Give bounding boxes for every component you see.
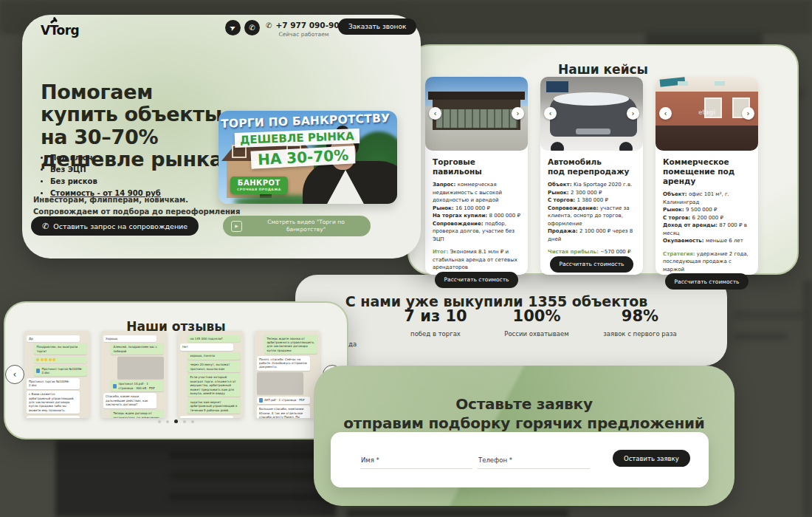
request-support-button[interactable]: ✆ Оставить запрос на сопровождение [31, 216, 199, 236]
whatsapp-icon: ✆ [249, 24, 255, 32]
hero-panel: VTorg ➤ ✆ ✆ +7 977 090-90-10 Сейчас рабо… [22, 15, 421, 258]
whatsapp-review-screenshot[interactable]: ХорошоАлексей, поздравляем вас с победой… [101, 331, 166, 418]
case-details: Объект: офис 101 м², г. КалининградРынок… [663, 191, 751, 245]
case-result: Стратегия: удержание 2 года, последующая… [663, 250, 751, 274]
review-screenshots-row: ДрПоздравляю, вы выиграли торги!Протокол… [24, 331, 320, 418]
chevron-left-icon[interactable]: ‹ [659, 107, 672, 120]
whatsapp-review-screenshot[interactable]: на 145 000 подняли?Нетхорошо, понялачере… [178, 331, 243, 418]
chat-text-bubble: через 20 минут, выложат протокол, вышлю … [187, 361, 241, 372]
carousel-dot[interactable] [166, 420, 169, 423]
carousel-left-button[interactable]: ‹ [5, 365, 24, 384]
background-blur-strip [803, 281, 812, 517]
carousel-dot[interactable] [191, 420, 194, 423]
chat-file-bubble: Протокол торгов №10096-2.doc [34, 366, 87, 377]
chat-text-bubble: Др [27, 335, 80, 342]
case-detail-row: Окупаемость: меньше 6 лет [663, 237, 751, 245]
case-image-car: ‹ › [540, 77, 643, 151]
chat-text-bubble: Алексей, поздравляем вас с победой [111, 343, 164, 355]
logo-text: VTorg [41, 23, 79, 38]
chat-file-bubble: протокол 14.pdf · 1 страница · 400 кБ · … [111, 380, 164, 391]
stat-label: заявок с первого раза [585, 330, 695, 338]
chat-text-bubble: Поздравляю, вы выиграли торги! [34, 343, 87, 355]
chat-text-bubble: Если участник который выиграл торги, отк… [187, 374, 241, 397]
stat-item: 100%России охватываем [481, 307, 592, 338]
bullet-item: Без ЭЦП [50, 165, 86, 174]
case-detail-row: Объект: Kia Sportage 2020 г.в. [548, 181, 636, 189]
promo-badge: БАНКРОТ СРОЧНАЯ ПРОДАЖА [230, 177, 288, 194]
case-title: Торговые павильоны [433, 157, 520, 177]
name-input[interactable] [360, 455, 472, 469]
calculate-cost-button[interactable]: Рассчитать стоимость [550, 256, 634, 273]
chat-text-bubble: Теперь ждите звонка от арбитражного упра… [264, 335, 317, 355]
chat-text-bubble: хорошо, поняла [187, 352, 241, 359]
phone-icon: ✆ [266, 21, 272, 30]
case-title: Автомобиль под перепродажу [548, 157, 636, 177]
carousel-dot[interactable] [174, 420, 178, 423]
telegram-button[interactable]: ➤ [225, 20, 241, 35]
whatsapp-button[interactable]: ✆ [244, 20, 260, 35]
case-result: Чистая прибыль: ~570 000 ₽ [548, 248, 636, 256]
watch-video-label: Смотреть видео "Торги по банкротству" [249, 219, 371, 233]
case-image-office: etagi ‹ › [656, 77, 758, 151]
case-detail-row: С торгов: 1 380 000 ₽ [548, 196, 636, 205]
case-detail-row: Сопровождение: участие за клиента, осмот… [548, 205, 636, 228]
case-detail-row: Рынок: 2 300 000 ₽ [548, 189, 636, 197]
chevron-right-icon[interactable]: › [742, 107, 754, 120]
submit-button[interactable]: Оставить заявку [613, 450, 690, 467]
whatsapp-review-screenshot[interactable]: ДрПоздравляю, вы выиграли торги!Протокол… [24, 331, 89, 418]
chat-text-bubble: Теперь ждем договор от организатора, по … [111, 410, 164, 418]
case-title: Коммерческое помещение под аренду [663, 157, 751, 186]
background-blur-line [347, 510, 568, 517]
telegram-icon: ➤ [228, 23, 237, 33]
play-icon: ▶ [231, 221, 242, 232]
order-call-button[interactable]: Заказать звонок [338, 18, 416, 35]
form-card: Оставить заявку [331, 432, 709, 487]
lead-form-panel: Оставьте заявку отправим подборку горячи… [314, 366, 734, 506]
cases-panel: Наши кейсы ‹ › Торговые павильоны Запрос… [407, 44, 799, 275]
bullet-item: Без рисков [50, 177, 97, 185]
chevron-left-icon[interactable]: ‹ [544, 107, 557, 120]
stat-value: 100% [481, 307, 592, 325]
chat-text-bubble: Хорошо спасибо [180, 416, 233, 418]
chevron-right-icon[interactable]: › [512, 107, 524, 120]
case-detail-row: Запрос: коммерческая недвижимость с высо… [433, 181, 520, 205]
chat-text-bubble: задаток вам вернет арбитражный управляющ… [187, 399, 241, 414]
name-field [360, 451, 472, 469]
chevron-right-icon[interactable]: › [627, 107, 639, 120]
calculate-cost-button[interactable]: Рассчитать стоимость [435, 272, 519, 288]
carousel-dot[interactable] [158, 420, 161, 423]
logo[interactable]: VTorg [41, 23, 79, 38]
watch-video-button[interactable]: ▶ Смотреть видео "Торги по банкротству" [223, 216, 371, 236]
promo-video-thumbnail[interactable]: ТОРГИ ПО БАНКРОТСТВУ ДЕШЕВЛЕ РЫНКА НА 30… [219, 111, 397, 204]
chat-emoji-bubble [34, 357, 87, 363]
chat-text-bubble: Протокол торгов №10096-2.doc [27, 378, 80, 389]
stat-label: побед в торгах [380, 330, 491, 338]
chat-text-bubble: Нет [180, 343, 233, 350]
case-card-pavilions: ‹ › Торговые павильоны Запрос: коммерчес… [425, 77, 528, 275]
chat-text-bubble: Хорошо [103, 335, 156, 342]
audience-text: Инвесторам, флипперам, новичкам. Сопрово… [33, 194, 240, 217]
case-card-car: ‹ › Автомобиль под перепродажу Объект: K… [540, 77, 643, 275]
chat-text-bubble: и вам пришлю ссылку на комиссию в размер… [27, 416, 80, 418]
phone-input[interactable] [478, 455, 590, 469]
stat-value: 98% [585, 307, 695, 325]
chat-text-bubble: Понял, спасибо. Сейчас на работе. Освобо… [257, 356, 310, 371]
case-card-office: etagi ‹ › Коммерческое помещение под аре… [656, 77, 758, 275]
case-detail-row: На торгах купили: 8 000 000 ₽ [433, 212, 520, 220]
stat-item: 7 из 10побед в торгах [380, 307, 491, 338]
stat-value: 7 из 10 [380, 307, 491, 325]
case-detail-row: Рынок: 16 100 000 ₽ [433, 205, 520, 213]
case-detail-row: Объект: офис 101 м², г. Калининград [663, 191, 751, 206]
case-detail-row: Доход от аренды: 87 000 ₽ в месяц [663, 222, 751, 237]
case-detail-row: Продажа: 2 100 000 ₽ через 8 дней [548, 227, 636, 243]
hero-bullets: Под ключБез ЭЦПБез рисковСтоимость - от … [41, 152, 161, 199]
calculate-cost-button[interactable]: Рассчитать стоимость [665, 273, 749, 290]
carousel-dots [5, 420, 347, 423]
chat-image-bubble [117, 357, 164, 379]
carousel-dot[interactable] [183, 420, 186, 423]
whatsapp-review-screenshot[interactable]: Теперь ждите звонка от арбитражного упра… [255, 331, 320, 418]
chevron-left-icon[interactable]: ‹ [429, 107, 441, 120]
promo-banner-line1: ТОРГИ ПО БАНКРОТСТВУ [221, 112, 390, 131]
case-result: Итог: Экономия 8.1 млн ₽ и стабильная ар… [433, 248, 520, 272]
form-heading: Оставьте заявку отправим подборку горячи… [314, 394, 734, 434]
